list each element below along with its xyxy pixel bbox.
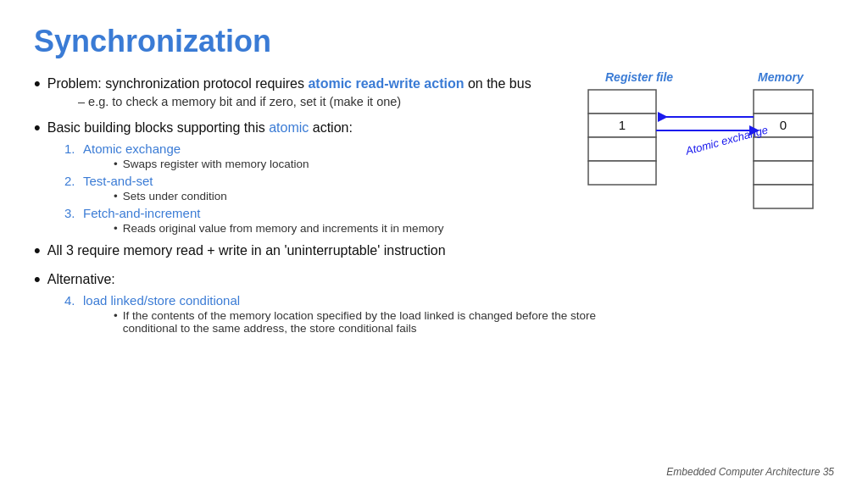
- register-file-label: Register file: [605, 70, 673, 84]
- problem-end: on the bus: [464, 76, 531, 91]
- atomic-rw-text: atomic read-write action: [308, 76, 464, 91]
- alt-numbered-list: 4. load linked/store conditional • If th…: [64, 293, 546, 335]
- reg-row-1: [588, 90, 656, 114]
- item-1-sub: • Swaps register with memory location: [114, 158, 546, 170]
- slide: Synchronization • Problem: synchronizati…: [0, 0, 868, 488]
- item-2-sub: • Sets under condition: [114, 190, 546, 202]
- reg-value: 1: [619, 118, 626, 132]
- sub-dot-1: •: [114, 158, 118, 170]
- mem-row-4: [754, 161, 813, 185]
- item-3-sub: • Reads original value from memory and i…: [114, 222, 546, 235]
- item-3-sub-text: Reads original value from memory and inc…: [123, 222, 444, 235]
- item-4-num: 4.: [64, 293, 83, 308]
- bullet-dot-4: •: [34, 270, 41, 289]
- item-1-sub-text: Swaps register with memory location: [123, 158, 309, 170]
- item-4-label: load linked/store conditional: [83, 293, 240, 308]
- item-2-sub-text: Sets under condition: [123, 190, 227, 202]
- sub-dot-2: •: [114, 190, 118, 202]
- alternative-bullet: • Alternative:: [34, 270, 546, 289]
- diagram-column: Register file Memory 1 0: [554, 66, 834, 338]
- basic-bullet: • Basic building blocks supporting this …: [34, 119, 546, 137]
- all3-bullet: • All 3 require memory read + write in a…: [34, 241, 546, 260]
- mem-row-5: [754, 185, 813, 208]
- basic-intro-end: action:: [309, 120, 353, 135]
- sub-dot-3: •: [114, 222, 118, 235]
- atomic-exchange-diagram: Register file Memory 1 0: [554, 66, 834, 236]
- problem-bullet: • Problem: synchronization protocol requ…: [34, 75, 546, 93]
- item-3-label: Fetch-and-increment: [83, 206, 200, 220]
- item-3-num: 3.: [64, 206, 83, 220]
- list-item-3: 3. Fetch-and-increment: [64, 206, 546, 220]
- memory-label: Memory: [758, 70, 804, 84]
- item-4-sub: • If the contents of the memory location…: [114, 309, 605, 335]
- numbered-list: 1. Atomic exchange • Swaps register with…: [64, 141, 546, 235]
- basic-intro-start: Basic building blocks supporting this: [47, 120, 269, 135]
- mem-value: 0: [780, 118, 787, 132]
- reg-row-3: [588, 137, 656, 161]
- list-item-2: 2. Test-and-set: [64, 174, 546, 188]
- item-1-num: 1.: [64, 141, 83, 156]
- text-column: • Problem: synchronization protocol requ…: [34, 75, 546, 338]
- list-item-4: 4. load linked/store conditional: [64, 293, 546, 308]
- problem-sub: – e.g. to check a memory bit and if zero…: [78, 95, 546, 108]
- problem-main: Problem: synchronization protocol requir…: [47, 76, 309, 91]
- bullet-dot-1: •: [34, 75, 41, 93]
- mem-row-1: [754, 90, 813, 114]
- item-2-label: Test-and-set: [83, 174, 153, 188]
- bullet-dot-3: •: [34, 241, 41, 260]
- content-area: • Problem: synchronization protocol requ…: [34, 75, 834, 338]
- item-4-sub-text: If the contents of the memory location s…: [123, 309, 605, 335]
- all3-text: All 3 require memory read + write in an …: [47, 241, 446, 260]
- basic-text: Basic building blocks supporting this at…: [47, 119, 353, 137]
- footer-text: Embedded Computer Architecture 35: [666, 466, 834, 478]
- item-2-num: 2.: [64, 174, 83, 188]
- mem-row-3: [754, 137, 813, 161]
- bullet-dot-2: •: [34, 119, 41, 137]
- item-1-label: Atomic exchange: [83, 141, 181, 156]
- slide-title: Synchronization: [34, 24, 834, 59]
- alternative-text: Alternative:: [47, 270, 115, 289]
- list-item-1: 1. Atomic exchange: [64, 141, 546, 156]
- basic-atomic: atomic: [269, 120, 309, 135]
- problem-text: Problem: synchronization protocol requir…: [47, 75, 531, 93]
- sub-dot-4: •: [114, 309, 118, 335]
- reg-row-4: [588, 161, 656, 185]
